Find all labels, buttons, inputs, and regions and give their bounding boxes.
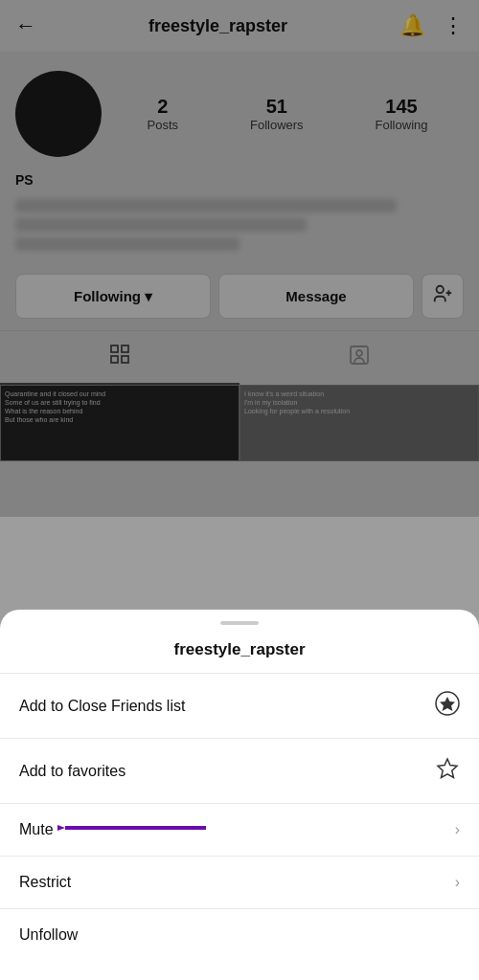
- mute-arrow: [57, 809, 211, 851]
- unfollow-label: Unfollow: [19, 926, 78, 944]
- mute-label: Mute: [19, 821, 54, 838]
- sheet-title: freestyle_rapster: [0, 631, 479, 673]
- restrict-chevron-icon: ›: [455, 874, 460, 891]
- sheet-handle: [0, 610, 479, 631]
- sheet-item-unfollow[interactable]: Unfollow: [0, 909, 479, 961]
- sheet-item-favorites[interactable]: Add to favorites: [0, 739, 479, 803]
- sheet-item-mute[interactable]: Mute ›: [0, 804, 479, 856]
- svg-marker-10: [440, 697, 455, 711]
- close-friends-icon: [435, 691, 460, 721]
- sheet-item-restrict[interactable]: Restrict ›: [0, 857, 479, 908]
- favorites-label: Add to favorites: [19, 763, 125, 780]
- bottom-sheet: freestyle_rapster Add to Close Friends l…: [0, 610, 479, 980]
- svg-marker-11: [438, 759, 457, 778]
- favorites-icon: [435, 756, 460, 786]
- sheet-item-close-friends[interactable]: Add to Close Friends list: [0, 674, 479, 738]
- close-friends-label: Add to Close Friends list: [19, 698, 185, 715]
- restrict-label: Restrict: [19, 874, 71, 891]
- mute-chevron-icon: ›: [455, 821, 460, 838]
- handle-bar: [220, 621, 259, 625]
